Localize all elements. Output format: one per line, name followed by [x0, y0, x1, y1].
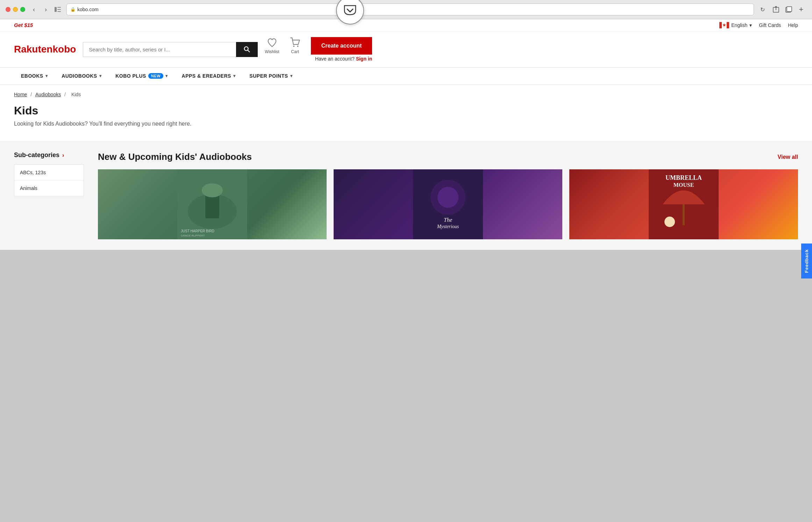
logo-kobo: kobo — [52, 44, 76, 55]
book-cover-2: The Mysterious — [334, 169, 562, 239]
book-card-2[interactable]: The Mysterious — [334, 169, 562, 239]
svg-point-28 — [664, 217, 675, 227]
sign-in-link[interactable]: Sign in — [356, 56, 372, 62]
browser-toolbar: ‹ › 🔒 kobo.com ↻ — [6, 3, 806, 19]
logo-rakuten: Rakuten — [14, 44, 52, 55]
wishlist-label: Wishlist — [265, 49, 279, 54]
gift-cards-link[interactable]: Gift Cards — [759, 22, 781, 28]
books-section: New & Upcoming Kids' Audiobooks View all… — [98, 151, 798, 239]
book-cover-3: UMBRELLA MOUSE — [569, 169, 798, 239]
subcategories-title[interactable]: Sub-categories › — [14, 151, 84, 159]
header-right-top: Wishlist Cart Create account — [265, 37, 372, 55]
main-header: Rakuten kobo Wishlist — [0, 31, 812, 67]
create-account-button[interactable]: Create account — [311, 37, 372, 55]
svg-rect-27 — [683, 204, 685, 225]
breadcrumb: Home / Audiobooks / Kids — [14, 92, 798, 97]
tabs-button[interactable] — [783, 4, 794, 15]
book-cover-1: JUST HARPER BIRD GRACE RUPPERT — [98, 169, 327, 239]
svg-text:MOUSE: MOUSE — [674, 182, 694, 188]
top-bar-promo: Get $15 — [14, 22, 33, 28]
view-all-link[interactable]: View all — [778, 154, 798, 160]
website-content: Get $15 English ▾ Gift Cards Help Rakute… — [0, 19, 812, 250]
search-container — [83, 42, 258, 57]
audiobooks-chevron-icon: ▾ — [99, 73, 102, 78]
svg-point-14 — [297, 45, 298, 47]
add-tab-button[interactable]: + — [796, 4, 806, 15]
svg-point-18 — [202, 183, 223, 197]
content-area: Home / Audiobooks / Kids Kids Looking fo… — [0, 85, 812, 134]
svg-rect-9 — [719, 22, 722, 28]
back-button[interactable]: ‹ — [29, 4, 39, 15]
logo[interactable]: Rakuten kobo — [14, 44, 76, 55]
heart-icon — [267, 37, 277, 48]
wishlist-button[interactable]: Wishlist — [265, 37, 279, 54]
svg-rect-1 — [57, 7, 61, 8]
breadcrumb-current: Kids — [71, 92, 81, 97]
svg-text:The: The — [444, 217, 452, 223]
books-grid: JUST HARPER BIRD GRACE RUPPERT The Mys — [98, 169, 798, 239]
cart-button[interactable]: Cart — [290, 37, 300, 54]
svg-rect-2 — [57, 9, 61, 10]
main-navigation: eBOOKS ▾ AUDIOBOOKS ▾ KOBO PLUS NEW ▾ AP… — [0, 67, 812, 85]
subcategory-item-animals[interactable]: Animals — [14, 181, 84, 196]
kobo-plus-chevron-icon: ▾ — [165, 73, 168, 78]
search-button[interactable] — [236, 42, 258, 57]
top-bar-right: English ▾ Gift Cards Help — [719, 22, 798, 28]
sign-in-text: Have an account? Sign in — [315, 56, 372, 62]
breadcrumb-audiobooks[interactable]: Audiobooks — [35, 92, 61, 97]
subcategories-chevron-icon: › — [62, 152, 64, 158]
sidebar-toggle-button[interactable] — [52, 4, 63, 15]
breadcrumb-home[interactable]: Home — [14, 92, 27, 97]
svg-text:GRACE RUPPERT: GRACE RUPPERT — [181, 234, 205, 237]
subcategories-panel: Sub-categories › ABCs, 123s Animals — [14, 151, 84, 239]
svg-text:UMBRELLA: UMBRELLA — [665, 174, 702, 181]
sub-section: Sub-categories › ABCs, 123s Animals New … — [0, 141, 812, 250]
ebooks-chevron-icon: ▾ — [45, 73, 48, 78]
nav-super-points[interactable]: SUPER POINTS ▾ — [242, 68, 299, 84]
svg-rect-0 — [55, 7, 57, 12]
language-chevron-icon: ▾ — [749, 22, 752, 28]
feedback-tab[interactable]: Feedback — [801, 244, 812, 278]
reload-button[interactable]: ↻ — [757, 5, 767, 14]
minimize-button[interactable] — [13, 7, 18, 12]
canada-flag-icon — [719, 22, 729, 28]
svg-rect-10 — [727, 22, 729, 28]
share-button[interactable] — [771, 4, 781, 15]
nav-ebooks[interactable]: eBOOKS ▾ — [14, 68, 55, 84]
new-badge: NEW — [148, 73, 163, 79]
svg-rect-7 — [787, 7, 792, 12]
forward-button[interactable]: › — [41, 4, 51, 15]
address-bar[interactable]: 🔒 kobo.com — [66, 3, 754, 15]
traffic-lights — [6, 7, 25, 12]
books-section-title: New & Upcoming Kids' Audiobooks — [98, 151, 252, 162]
apps-chevron-icon: ▾ — [233, 73, 236, 78]
url-text: kobo.com — [77, 7, 750, 12]
browser-chrome: ‹ › 🔒 kobo.com ↻ — [0, 0, 812, 19]
book-card-1[interactable]: JUST HARPER BIRD GRACE RUPPERT — [98, 169, 327, 239]
svg-rect-3 — [57, 11, 61, 12]
svg-text:JUST HARPER BIRD: JUST HARPER BIRD — [181, 229, 214, 233]
nav-apps-ereaders[interactable]: APPS & eREADERS ▾ — [175, 68, 243, 84]
nav-buttons: ‹ › — [29, 4, 63, 15]
browser-actions: + — [771, 4, 806, 15]
close-button[interactable] — [6, 7, 10, 12]
books-section-header: New & Upcoming Kids' Audiobooks View all — [98, 151, 798, 162]
language-selector[interactable]: English ▾ — [719, 22, 752, 28]
super-points-chevron-icon: ▾ — [290, 73, 293, 78]
subcategory-list: ABCs, 123s Animals — [14, 164, 84, 196]
book-card-3[interactable]: UMBRELLA MOUSE — [569, 169, 798, 239]
subcategory-item-abcs[interactable]: ABCs, 123s — [14, 165, 84, 181]
cart-icon — [290, 37, 300, 48]
top-bar: Get $15 English ▾ Gift Cards Help — [0, 19, 812, 31]
page-subtitle: Looking for Kids Audiobooks? You'll find… — [14, 121, 798, 127]
svg-text:Mysterious: Mysterious — [437, 224, 459, 229]
nav-kobo-plus[interactable]: KOBO PLUS NEW ▾ — [108, 68, 174, 84]
search-icon — [243, 45, 251, 53]
nav-audiobooks[interactable]: AUDIOBOOKS ▾ — [55, 68, 108, 84]
svg-line-12 — [248, 50, 250, 52]
maximize-button[interactable] — [20, 7, 25, 12]
header-right-section: Wishlist Cart Create account Have an acc… — [265, 37, 372, 62]
language-label: English — [731, 22, 747, 28]
search-input[interactable] — [83, 42, 236, 57]
help-link[interactable]: Help — [788, 22, 798, 28]
